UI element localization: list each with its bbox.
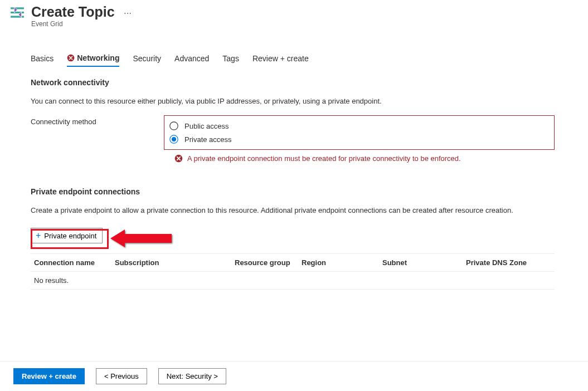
plus-icon: + (36, 231, 41, 240)
tab-basics[interactable]: Basics (31, 53, 54, 67)
add-private-endpoint-label: Private endpoint (44, 232, 96, 240)
col-dns-zone: Private DNS Zone (466, 258, 550, 267)
next-button[interactable]: Next: Security > (158, 368, 226, 384)
tab-review[interactable]: Review + create (252, 53, 309, 67)
radio-public-label: Public access (184, 122, 229, 130)
svg-rect-2 (11, 16, 24, 17)
tab-tags[interactable]: Tags (222, 53, 239, 67)
page-header: Create Topic Event Grid ⋯ (0, 0, 588, 28)
event-grid-icon (10, 6, 25, 20)
connectivity-method-row: Connectivity method Public access Privat… (31, 115, 555, 150)
col-resource-group: Resource group (235, 258, 302, 267)
tab-strip: Basics Networking Security Advanced Tags… (31, 53, 588, 67)
col-subnet: Subnet (382, 258, 466, 267)
table-header: Connection name Subscription Resource gr… (31, 254, 555, 271)
error-icon (174, 154, 183, 163)
col-subscription: Subscription (115, 258, 235, 267)
svg-rect-0 (11, 7, 24, 9)
radio-private-access[interactable] (169, 134, 179, 144)
connectivity-method-label: Connectivity method (31, 115, 164, 126)
col-connection-name: Connection name (34, 258, 115, 267)
table-row: No results. (31, 271, 555, 290)
error-icon (67, 54, 75, 62)
wizard-footer: Review + create < Previous Next: Securit… (0, 361, 588, 391)
svg-point-8 (172, 137, 176, 141)
tab-security[interactable]: Security (133, 53, 161, 67)
svg-rect-1 (11, 12, 24, 13)
page-title: Create Topic (31, 3, 115, 20)
private-endpoint-table: Connection name Subscription Resource gr… (31, 253, 555, 290)
radio-private-label: Private access (184, 135, 232, 144)
table-empty-text: No results. (34, 276, 69, 285)
validation-error-text: A private endpoint connection must be cr… (187, 154, 461, 163)
tab-networking[interactable]: Networking (67, 53, 119, 67)
private-endpoint-heading: Private endpoint connections (31, 187, 555, 196)
connectivity-radio-group: Public access Private access (164, 115, 555, 150)
more-menu-icon[interactable]: ⋯ (124, 9, 132, 18)
private-endpoint-desc: Create a private endpoint to allow a pri… (31, 206, 555, 214)
svg-point-6 (170, 122, 178, 130)
validation-error: A private endpoint connection must be cr… (174, 154, 555, 163)
review-create-button[interactable]: Review + create (13, 368, 85, 384)
network-connectivity-heading: Network connectivity (31, 78, 555, 87)
tab-networking-label: Networking (77, 53, 119, 62)
radio-public-access[interactable] (169, 121, 179, 131)
page-subtitle: Event Grid (31, 20, 115, 28)
col-region: Region (302, 258, 382, 267)
main-content: Network connectivity You can connect to … (0, 67, 555, 290)
previous-button[interactable]: < Previous (96, 368, 147, 384)
network-connectivity-desc: You can connect to this resource either … (31, 97, 555, 105)
tab-advanced[interactable]: Advanced (174, 53, 209, 67)
add-private-endpoint-button[interactable]: + Private endpoint (31, 228, 103, 243)
